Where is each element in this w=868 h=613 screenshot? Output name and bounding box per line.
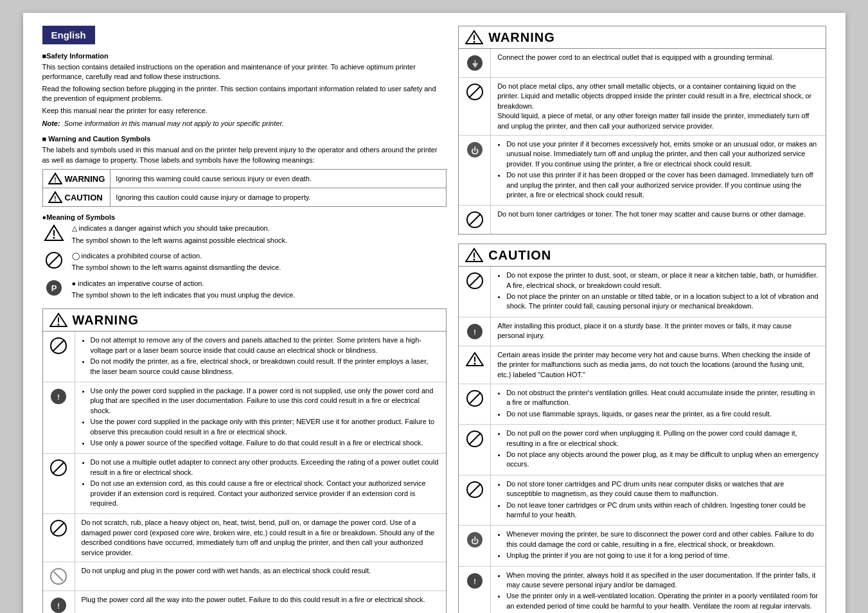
svg-text:P: P: [51, 283, 57, 293]
safety-section: ■Safety Information This section contain…: [42, 52, 447, 129]
left-warn-row-1: Do not attempt to remove any of the cove…: [43, 332, 447, 382]
right-caution-header-icon: [465, 247, 483, 263]
svg-text:!: !: [474, 328, 476, 336]
svg-text:⏻: ⏻: [471, 147, 479, 155]
caution-icon-8: !: [459, 567, 491, 614]
warning-caution-table: ! WARNING Ignoring this warning could ca…: [42, 169, 447, 207]
caution-text-1: Do not expose the printer to dust, soot,…: [491, 267, 825, 317]
caution-row-5: Do not pull on the power cord when unplu…: [459, 425, 825, 475]
left-warn-row-4: Do not scratch, rub, place a heavy objec…: [43, 514, 447, 562]
caution-icon-6: [459, 475, 491, 526]
left-warn-icon-1: [43, 332, 75, 382]
warning-symbols-desc: The labels and symbols used in this manu…: [42, 145, 447, 165]
svg-text:!: !: [57, 602, 60, 610]
caution-text-5: Do not pull on the power cord when unplu…: [491, 425, 825, 475]
caution-row-8: ! When moving the printer, always hold i…: [459, 567, 825, 614]
right-caution-header: CAUTION: [459, 244, 825, 267]
symbol-prohibit-svg: [45, 251, 63, 269]
triangle-icon: !: [48, 172, 62, 185]
caution-icon-cell: ! CAUTION: [42, 188, 111, 207]
symbol-row-prohibit: ◯ indicates a prohibited course of actio…: [42, 251, 447, 275]
caution-text: Ignoring this caution could cause injury…: [111, 188, 447, 207]
svg-line-8: [48, 254, 60, 266]
warning-text: Ignoring this warning could cause seriou…: [111, 170, 447, 188]
left-warning-header-icon: [49, 312, 67, 328]
svg-line-50: [469, 433, 481, 445]
symbol-imperative-svg: P: [45, 279, 63, 297]
right-warning-title: WARNING: [488, 30, 555, 45]
left-warn-text-1: Do not attempt to remove any of the cove…: [75, 332, 447, 382]
svg-line-36: [469, 214, 481, 226]
right-warn-row-4: Do not burn toner cartridges or toner. T…: [459, 206, 825, 234]
svg-text:!: !: [57, 393, 60, 401]
left-warning-header: WARNING: [43, 309, 447, 332]
svg-point-39: [474, 259, 475, 261]
safety-title: ■Safety Information: [42, 52, 447, 60]
symbol-text-prohibit: ◯ indicates a prohibited course of actio…: [72, 251, 447, 275]
right-caution-box: CAUTION Do not expose the printer to dus…: [458, 244, 826, 613]
svg-text:⏚: ⏚: [472, 58, 478, 68]
symbol-icon-triangle: [42, 224, 66, 243]
caution-label: CAUTION: [65, 193, 103, 202]
symbol-row-imperative: P ● indicates an imperative course of ac…: [42, 279, 447, 303]
right-warn-row-2: Do not place metal clips, any other smal…: [459, 78, 825, 136]
right-caution-title: CAUTION: [488, 248, 551, 263]
warning-label: WARNING: [65, 174, 105, 184]
symbol-text-imperative: ● indicates an imperative course of acti…: [72, 279, 447, 303]
caution-icon: ! CAUTION: [48, 191, 105, 204]
svg-line-41: [469, 275, 481, 287]
caution-text-6: Do not store toner cartridges and PC dru…: [491, 475, 825, 526]
caution-text-4: Do not obstruct the printer's ventilatio…: [491, 384, 825, 424]
right-warning-box: WARNING ⏚ Connect the power cord to an e…: [458, 26, 826, 235]
right-warn-text-4: Do not burn toner cartridges or toner. T…: [491, 206, 825, 234]
caution-icon-5: [459, 425, 491, 475]
language-header: English: [42, 26, 95, 44]
caution-text-3: Certain areas inside the printer may bec…: [491, 346, 825, 384]
left-column: English ■Safety Information This section…: [42, 26, 447, 613]
svg-line-48: [469, 393, 481, 404]
svg-line-19: [53, 462, 64, 474]
page: English ■Safety Information This section…: [0, 0, 868, 613]
left-warn-text-5: Do not unplug and plug in the power cord…: [75, 562, 447, 591]
meaning-symbols-title: ●Meaning of Symbols: [42, 213, 447, 221]
svg-point-28: [474, 41, 475, 43]
left-warn-text-3: Do not use a multiple outlet adapter to …: [75, 454, 447, 513]
caution-row-3: Certain areas inside the printer may bec…: [459, 346, 825, 384]
safety-para1: This section contains detailed instructi…: [42, 62, 447, 82]
left-warn-icon-6: !: [43, 591, 75, 613]
caution-text-7: Whenever moving the printer, be sure to …: [491, 526, 825, 565]
svg-text:!: !: [474, 578, 476, 585]
right-warn-text-3: Do not use your printer if it becomes ex…: [491, 136, 825, 205]
left-warn-icon-5: [43, 562, 75, 591]
right-warn-icon-3: ⏻: [459, 136, 491, 205]
svg-line-32: [469, 86, 481, 98]
warning-symbols-title: ■ Warning and Caution Symbols: [42, 135, 447, 143]
caution-row-4: Do not obstruct the printer's ventilatio…: [459, 384, 825, 425]
caution-icon-4: [459, 384, 491, 424]
caution-row-7: ⏻ Whenever moving the printer, be sure t…: [459, 526, 825, 566]
left-warning-title: WARNING: [73, 313, 139, 328]
left-warn-row-2: ! Use only the power cord supplied in th…: [43, 382, 447, 454]
meaning-symbols-section: ●Meaning of Symbols △ indicates a danger…: [42, 213, 447, 302]
caution-text-2: After installing this product, place it …: [491, 317, 825, 346]
left-warning-box: WARNING Do not attempt to remove any of …: [42, 308, 447, 613]
right-warn-icon-1: ⏚: [459, 49, 491, 77]
symbol-triangle-svg: [44, 224, 64, 242]
left-warn-icon-3: [43, 454, 75, 513]
caution-icon-2: !: [459, 317, 491, 346]
document: English ■Safety Information This section…: [23, 13, 846, 613]
safety-para3: Keep this manual near the printer for ea…: [42, 106, 447, 116]
svg-text:!: !: [54, 177, 56, 184]
caution-triangle-icon: !: [48, 191, 62, 204]
right-warning-header-icon: [465, 30, 483, 45]
table-row: ! WARNING Ignoring this warning could ca…: [42, 170, 447, 188]
svg-text:!: !: [54, 195, 56, 202]
warning-icon-cell: ! WARNING: [42, 170, 111, 188]
svg-point-13: [57, 324, 59, 326]
left-warn-icon-2: !: [43, 382, 75, 453]
safety-para2: Read the following section before pluggi…: [42, 84, 447, 104]
left-warn-text-4: Do not scratch, rub, place a heavy objec…: [75, 514, 447, 562]
svg-line-23: [54, 572, 63, 581]
right-warn-row-1: ⏚ Connect the power cord to an electrica…: [459, 49, 825, 78]
left-warn-row-6: ! Plug the power cord all the way into t…: [43, 591, 447, 613]
